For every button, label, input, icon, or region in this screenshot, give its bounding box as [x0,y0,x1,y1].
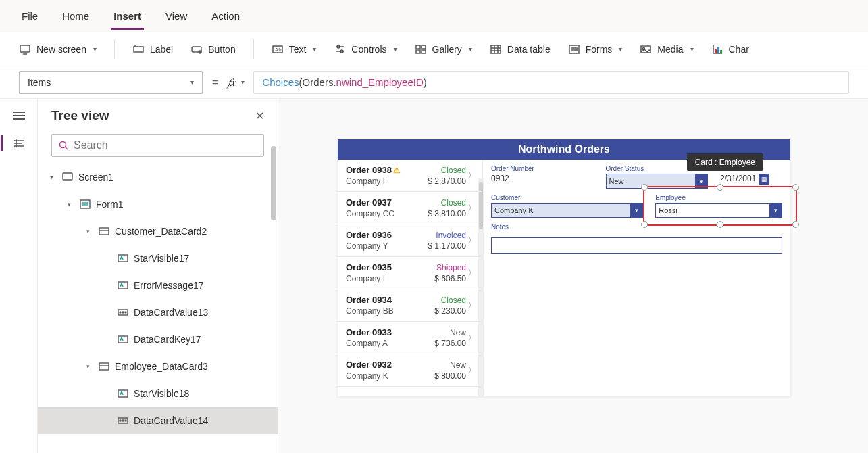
controls-icon [334,43,346,55]
search-icon [59,141,68,150]
tree-view-icon[interactable] [13,138,25,151]
property-selector[interactable]: Items▾ [19,71,203,94]
button-icon [190,43,203,55]
insert-forms-button[interactable]: Forms▾ [568,43,623,55]
search-input[interactable]: Search [51,134,264,157]
menubar: File Home Insert View Action [0,0,868,32]
order-number-label: Order Number [491,165,594,172]
tree-item-screen1[interactable]: ▾Screen1 [38,164,278,191]
tree-item-datacardkey17[interactable]: DataCardKey17 [38,326,278,353]
left-rail [0,99,38,453]
insert-label-button[interactable]: Label [132,43,173,55]
tree-view-panel: Tree view ✕ Search ▾Screen1▾Form1▾Custom… [38,99,278,453]
ribbon: New screen▾ Label Button Abc Text▾ Contr… [0,32,868,66]
form-icon [568,43,580,55]
insert-chart-button[interactable]: Char [711,43,749,55]
equals-sign: = [212,76,218,89]
tooltip: Card : Employee [687,153,763,171]
order-number-value: 0932 [491,174,594,183]
workspace: Tree view ✕ Search ▾Screen1▾Form1▾Custom… [0,99,868,453]
svg-point-34 [60,142,66,148]
label-icon [132,43,145,55]
svg-rect-51 [118,390,128,397]
tree-item-employee_datacard3[interactable]: ▾Employee_DataCard3 [38,353,278,380]
svg-text:Abc: Abc [275,47,284,53]
svg-line-35 [66,147,68,149]
tree-item-starvisible17[interactable]: StarVisible17 [38,245,278,272]
employee-dropdown[interactable]: Rossi▾ [655,203,782,218]
formula-input[interactable]: Choices(Orders.nwind_EmployeeID) [253,71,849,94]
order-row[interactable]: Order 0936Company YInvoiced$ 1,170.00〉 [338,224,482,257]
screen-icon [19,43,31,55]
tree-scrollbar[interactable] [271,146,276,220]
media-icon [640,43,652,55]
date-value[interactable]: 2/31/2001▦ [720,174,782,185]
order-row[interactable]: Order 0937Company CCClosed$ 3,810.00〉 [338,192,482,224]
order-row[interactable]: Order 0933Company ANew$ 736.00〉 [338,322,482,354]
notes-input[interactable] [491,237,782,254]
svg-rect-13 [422,45,426,49]
svg-point-55 [125,420,126,421]
new-screen-button[interactable]: New screen▾ [19,43,97,55]
calendar-icon[interactable]: ▦ [759,174,769,185]
order-gallery[interactable]: Order 0938⚠Company FClosed$ 2,870.00〉Ord… [338,160,483,396]
menu-home[interactable]: Home [59,2,92,30]
menu-action[interactable]: Action [209,2,242,30]
insert-controls-button[interactable]: Controls▾ [334,43,397,55]
menu-view[interactable]: View [163,2,190,30]
tree: ▾Screen1▾Form1▾Customer_DataCard2StarVis… [38,164,278,441]
svg-point-5 [199,51,201,53]
hamburger-icon[interactable] [13,111,25,123]
order-status-dropdown[interactable]: New▾ [606,174,709,189]
tree-item-datacardvalue13[interactable]: DataCardValue13 [38,299,278,326]
tree-item-errormessage17[interactable]: ErrorMessage17 [38,272,278,299]
svg-point-53 [120,420,121,421]
table-icon [490,43,502,55]
svg-point-46 [122,312,124,313]
menu-file[interactable]: File [19,2,41,30]
svg-rect-12 [416,45,420,49]
text-icon: Abc [272,43,284,55]
svg-rect-28 [715,49,717,53]
app-preview: Northwind Orders Order 0938⚠Company FClo… [338,139,790,396]
svg-rect-40 [99,228,109,235]
tree-item-customer_datacard2[interactable]: ▾Customer_DataCard2 [38,218,278,245]
svg-point-45 [120,312,121,313]
tree-view-title: Tree view [51,108,109,123]
employee-label: Employee [655,194,782,201]
svg-rect-49 [99,363,109,370]
svg-point-54 [122,420,124,421]
tree-item-datacardvalue14[interactable]: DataCardValue14 [38,407,278,434]
order-row[interactable]: Order 0938⚠Company FClosed$ 2,870.00〉 [338,160,482,192]
fx-button[interactable]: 𝑓𝑥 ▾ [228,76,244,89]
customer-dropdown[interactable]: Company K▾ [491,203,643,218]
insert-button-button[interactable]: Button [190,43,235,55]
order-detail-form: Card : Employee Order Number 0932 Order … [483,160,790,396]
svg-rect-43 [118,282,128,289]
svg-rect-16 [491,45,501,53]
svg-rect-36 [63,173,72,180]
svg-rect-48 [118,336,128,343]
chart-icon [711,43,723,55]
insert-media-button[interactable]: Media▾ [640,43,693,55]
svg-rect-21 [569,45,579,53]
svg-point-47 [125,312,126,313]
canvas: Northwind Orders Order 0938⚠Company FClo… [278,99,868,453]
insert-datatable-button[interactable]: Data table [490,43,551,55]
customer-label: Customer [491,194,643,201]
svg-rect-14 [416,50,420,53]
formula-bar: Items▾ = 𝑓𝑥 ▾ Choices(Orders.nwind_Emplo… [0,66,868,99]
menu-insert[interactable]: Insert [111,2,144,30]
insert-gallery-button[interactable]: Gallery▾ [415,43,472,55]
order-row[interactable]: Order 0934Company BBClosed$ 230.00〉 [338,289,482,322]
tree-item-form1[interactable]: ▾Form1 [38,191,278,218]
tree-item-starvisible18[interactable]: StarVisible18 [38,380,278,407]
svg-rect-37 [80,200,90,208]
order-row[interactable]: Order 0935Company IShipped$ 606.50〉 [338,257,482,289]
svg-rect-15 [422,50,426,53]
svg-rect-42 [118,255,128,262]
insert-text-button[interactable]: Abc Text▾ [272,43,317,55]
order-row[interactable]: Order 0932Company KNew$ 800.00〉 [338,354,482,387]
close-icon[interactable]: ✕ [255,110,264,122]
svg-rect-0 [20,45,30,52]
